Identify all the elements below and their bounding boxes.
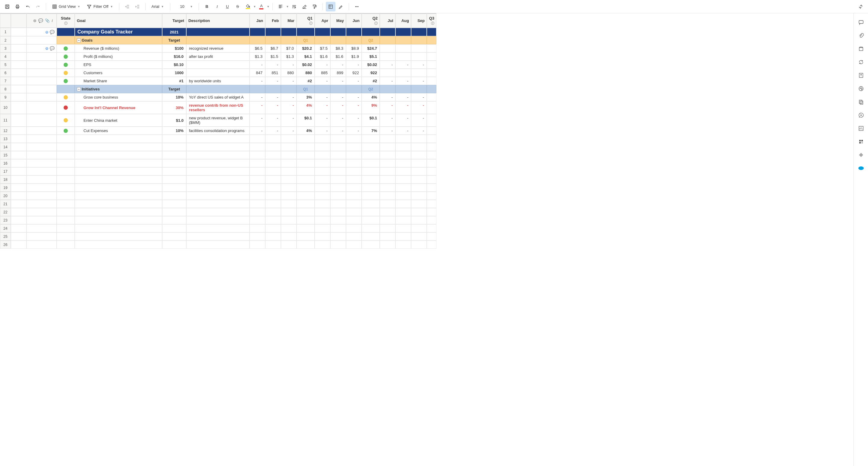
- empty-cell[interactable]: [265, 241, 281, 249]
- cell[interactable]: [57, 28, 75, 36]
- row-number[interactable]: 3: [0, 44, 11, 53]
- data-cell[interactable]: -: [281, 114, 297, 127]
- empty-cell[interactable]: [75, 143, 162, 151]
- activity-panel-button[interactable]: [856, 84, 866, 93]
- empty-cell[interactable]: [315, 159, 330, 167]
- column-header[interactable]: Apr: [315, 13, 330, 28]
- empty-cell[interactable]: [396, 167, 411, 176]
- empty-cell[interactable]: [57, 208, 75, 216]
- fill-color-dropdown[interactable]: ▼: [253, 5, 256, 8]
- empty-cell[interactable]: [186, 135, 250, 143]
- align-dropdown[interactable]: ▼: [286, 5, 289, 8]
- data-cell[interactable]: $7.5: [315, 44, 330, 53]
- empty-cell[interactable]: [265, 184, 281, 192]
- empty-cell[interactable]: [57, 143, 75, 151]
- empty-cell[interactable]: [330, 159, 346, 167]
- empty-cell[interactable]: [162, 176, 186, 184]
- empty-cell[interactable]: [297, 143, 315, 151]
- data-cell[interactable]: -: [265, 77, 281, 85]
- text-color-dropdown[interactable]: ▼: [267, 5, 270, 8]
- empty-cell[interactable]: [362, 135, 380, 143]
- data-cell[interactable]: $6.7: [265, 44, 281, 53]
- goal-cell[interactable]: Customers: [75, 69, 162, 77]
- empty-cell[interactable]: [297, 159, 315, 167]
- empty-cell[interactable]: [346, 232, 362, 241]
- row-number[interactable]: 6: [0, 69, 11, 77]
- data-cell[interactable]: $1.9: [346, 53, 362, 61]
- empty-cell[interactable]: [380, 192, 396, 200]
- salesforce-panel-button[interactable]: [856, 163, 866, 173]
- data-cell[interactable]: -: [346, 77, 362, 85]
- empty-cell[interactable]: [427, 151, 436, 159]
- empty-cell[interactable]: [250, 151, 265, 159]
- corner-cell[interactable]: [0, 13, 11, 28]
- data-cell[interactable]: $0.02: [297, 61, 315, 69]
- empty-cell[interactable]: [250, 241, 265, 249]
- data-cell[interactable]: $1.3: [281, 53, 297, 61]
- data-cell[interactable]: [427, 53, 436, 61]
- empty-cell[interactable]: [186, 241, 250, 249]
- empty-cell[interactable]: [57, 135, 75, 143]
- data-cell[interactable]: $0.1: [297, 114, 315, 127]
- empty-cell[interactable]: [265, 208, 281, 216]
- empty-cell[interactable]: [411, 176, 427, 184]
- empty-cell[interactable]: [411, 241, 427, 249]
- indent-button[interactable]: [133, 2, 142, 11]
- empty-cell[interactable]: [362, 216, 380, 224]
- proof-panel-button[interactable]: [856, 44, 866, 54]
- data-cell[interactable]: 922: [362, 69, 380, 77]
- empty-cell[interactable]: [281, 143, 297, 151]
- filter-select[interactable]: Filter Off ▼: [84, 2, 116, 11]
- row-number[interactable]: 14: [0, 143, 11, 151]
- empty-cell[interactable]: [380, 151, 396, 159]
- column-header[interactable]: Description: [186, 13, 250, 28]
- empty-cell[interactable]: [162, 184, 186, 192]
- data-cell[interactable]: $1.6: [315, 53, 330, 61]
- data-cell[interactable]: 885: [315, 69, 330, 77]
- empty-cell[interactable]: [380, 232, 396, 241]
- row-number[interactable]: 16: [0, 159, 11, 167]
- data-cell[interactable]: -: [315, 101, 330, 114]
- collapse-icon[interactable]: −: [77, 38, 81, 42]
- row-number[interactable]: 5: [0, 61, 11, 69]
- empty-cell[interactable]: [297, 135, 315, 143]
- spreadsheet-grid[interactable]: ⊜💬📎iStateⓘGoalTargetDescriptionJanFebMar…: [0, 13, 854, 249]
- data-cell[interactable]: -: [330, 101, 346, 114]
- empty-cell[interactable]: [427, 143, 436, 151]
- empty-cell[interactable]: [57, 159, 75, 167]
- empty-cell[interactable]: [396, 184, 411, 192]
- empty-cell[interactable]: [75, 232, 162, 241]
- save-button[interactable]: [2, 2, 12, 11]
- data-cell[interactable]: 880: [281, 69, 297, 77]
- empty-cell[interactable]: [427, 200, 436, 208]
- empty-cell[interactable]: [75, 224, 162, 232]
- data-cell[interactable]: -: [380, 101, 396, 114]
- empty-cell[interactable]: [281, 184, 297, 192]
- description-cell[interactable]: revenue contrib from non-US resellers: [186, 101, 250, 114]
- more-button[interactable]: [352, 2, 362, 11]
- row-number[interactable]: 15: [0, 151, 11, 159]
- empty-cell[interactable]: [427, 208, 436, 216]
- data-cell[interactable]: -: [330, 127, 346, 135]
- empty-cell[interactable]: [75, 135, 162, 143]
- column-header[interactable]: Aug: [396, 13, 411, 28]
- empty-cell[interactable]: [186, 192, 250, 200]
- empty-cell[interactable]: [380, 184, 396, 192]
- empty-cell[interactable]: [396, 176, 411, 184]
- empty-cell[interactable]: [380, 159, 396, 167]
- empty-cell[interactable]: [396, 143, 411, 151]
- collapse-button[interactable]: [856, 2, 866, 11]
- status-cell[interactable]: [57, 44, 75, 53]
- data-cell[interactable]: [396, 69, 411, 77]
- row-number[interactable]: 9: [0, 93, 11, 101]
- empty-cell[interactable]: [162, 159, 186, 167]
- description-cell[interactable]: [186, 61, 250, 69]
- column-header[interactable]: Stateⓘ: [57, 13, 75, 28]
- empty-cell[interactable]: [427, 167, 436, 176]
- clear-format-button[interactable]: [300, 2, 309, 11]
- data-cell[interactable]: $0.02: [362, 61, 380, 69]
- empty-cell[interactable]: [346, 208, 362, 216]
- data-cell[interactable]: #2: [362, 77, 380, 85]
- empty-cell[interactable]: [57, 192, 75, 200]
- empty-cell[interactable]: [427, 135, 436, 143]
